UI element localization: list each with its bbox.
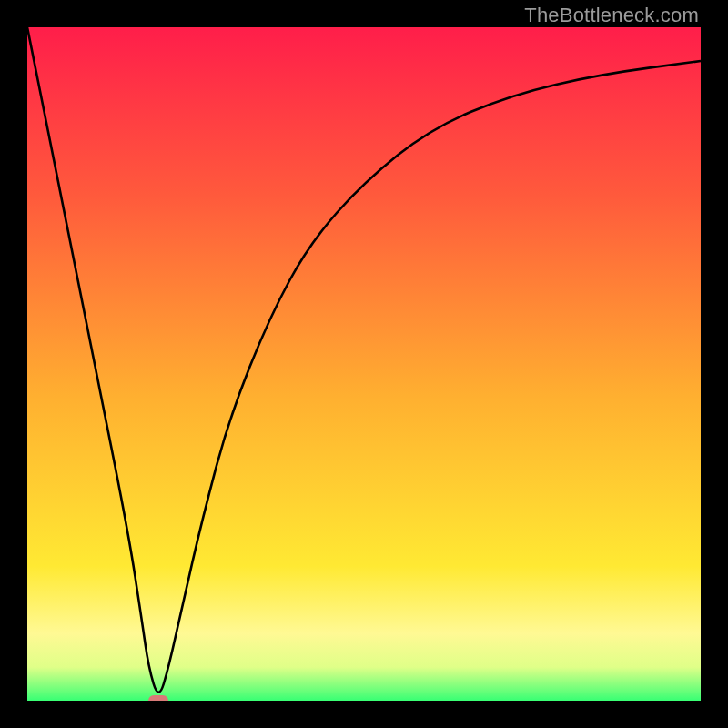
bottleneck-curve	[27, 27, 701, 701]
plot-area	[27, 27, 701, 701]
minimum-marker	[148, 695, 168, 701]
curve-path	[27, 27, 701, 693]
watermark-text: TheBottleneck.com	[524, 4, 699, 27]
chart-frame: TheBottleneck.com	[0, 0, 728, 728]
